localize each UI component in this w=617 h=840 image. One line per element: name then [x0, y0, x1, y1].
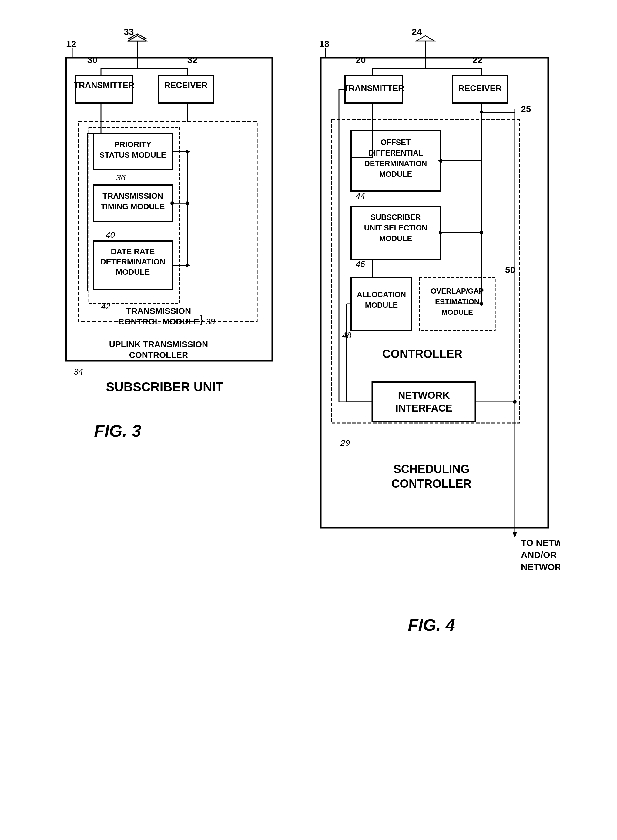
fig3-svg: 12 33 30 32 — [57, 18, 288, 528]
fig4-svg: 18 24 20 22 TRANSMITTER — [312, 18, 560, 776]
ref-46: 46 — [356, 259, 365, 269]
network-interface-label1: NETWORK — [398, 390, 450, 401]
diagrams-row: 12 33 30 32 — [24, 18, 593, 778]
ref-18: 18 — [319, 39, 329, 49]
ref-20: 20 — [356, 55, 366, 65]
arrow-sub-sel — [439, 231, 444, 235]
ref-33: 33 — [124, 27, 134, 37]
ref-24: 24 — [412, 27, 422, 37]
page: 12 33 30 32 — [0, 0, 617, 840]
offset-label4: MODULE — [379, 170, 412, 178]
transmitter-label-right: TRANSMITTER — [343, 83, 404, 93]
sub-sel-label2: UNIT SELECTION — [364, 223, 427, 232]
offset-label2: DIFFERENTIAL — [368, 149, 423, 157]
subscriber-unit-diagram: 12 33 30 32 — [57, 18, 288, 529]
sub-sel-label1: SUBSCRIBER — [370, 213, 421, 221]
ref-40: 40 — [106, 230, 115, 239]
ref-25: 25 — [521, 104, 531, 114]
offset-label1: OFFSET — [381, 138, 410, 146]
ref-44: 44 — [356, 191, 365, 201]
uplink-label1: UPLINK TRANSMISSION — [109, 340, 208, 349]
dot-560-942 — [480, 302, 483, 306]
overlap-label1: OVERLAP/GAP — [431, 287, 484, 295]
date-rate-label3: MODULE — [115, 267, 150, 276]
fig3-label: FIG. 3 — [94, 421, 141, 440]
ref-36: 36 — [116, 173, 126, 182]
to-network-label1: TO NETWORK 16 — [521, 538, 560, 548]
network-interface-label2: INTERFACE — [396, 402, 452, 413]
network-interface-box — [372, 382, 475, 422]
ref-38: 38 — [205, 317, 215, 326]
date-rate-label1: DATE RATE — [111, 247, 155, 256]
transmission-timing-label1: TRANSMISSION — [102, 191, 163, 201]
offset-label3: DETERMINATION — [364, 159, 427, 168]
scheduling-controller-diagram: 18 24 20 22 TRANSMITTER — [312, 18, 560, 778]
allocation-label2: MODULE — [365, 301, 397, 309]
ref-30: 30 — [87, 55, 97, 65]
arrow-down-to-network — [513, 532, 517, 538]
scheduling-controller-label2: CONTROLLER — [391, 477, 471, 490]
uplink-label2: CONTROLLER — [129, 350, 188, 360]
sub-sel-label3: MODULE — [379, 234, 412, 243]
receiver-label-right: RECEIVER — [458, 83, 502, 93]
date-rate-label2: DETERMINATION — [100, 257, 165, 266]
to-network-label2: AND/OR RADIO — [521, 550, 560, 560]
brace-38: } — [199, 313, 203, 325]
transmitter-label-left: TRANSMITTER — [73, 80, 134, 90]
subscriber-unit-title: SUBSCRIBER UNIT — [106, 380, 223, 394]
dot-right-610 — [186, 201, 189, 205]
priority-status-label1: PRIORITY — [114, 140, 151, 149]
transmission-control-label2: CONTROL MODULE — [118, 317, 199, 326]
allocation-label1: ALLOCATION — [357, 290, 406, 299]
receiver-label-left: RECEIVER — [164, 80, 207, 90]
fig4-label: FIG. 4 — [408, 615, 455, 635]
ref-50: 50 — [505, 265, 515, 275]
ref-22: 22 — [472, 55, 483, 65]
ref-32: 32 — [187, 55, 197, 65]
scheduling-controller-label1: SCHEDULING — [393, 463, 469, 475]
controller-label: CONTROLLER — [382, 347, 462, 360]
ref-12: 12 — [66, 39, 76, 49]
to-network-label3: NETWORK CONTROLLER 15 — [521, 562, 560, 572]
ref-29: 29 — [340, 438, 350, 447]
ref-34: 34 — [74, 367, 83, 376]
priority-status-label2: STATUS MODULE — [99, 151, 166, 159]
dot-receiver-right — [480, 111, 483, 114]
dot-670-1265 — [513, 400, 517, 404]
transmission-control-label1: TRANSMISSION — [126, 306, 191, 316]
overlap-label3: MODULE — [441, 308, 473, 316]
transmission-timing-label2: TIMING MODULE — [101, 202, 165, 211]
overlap-label2: ESTIMATION — [435, 297, 479, 306]
